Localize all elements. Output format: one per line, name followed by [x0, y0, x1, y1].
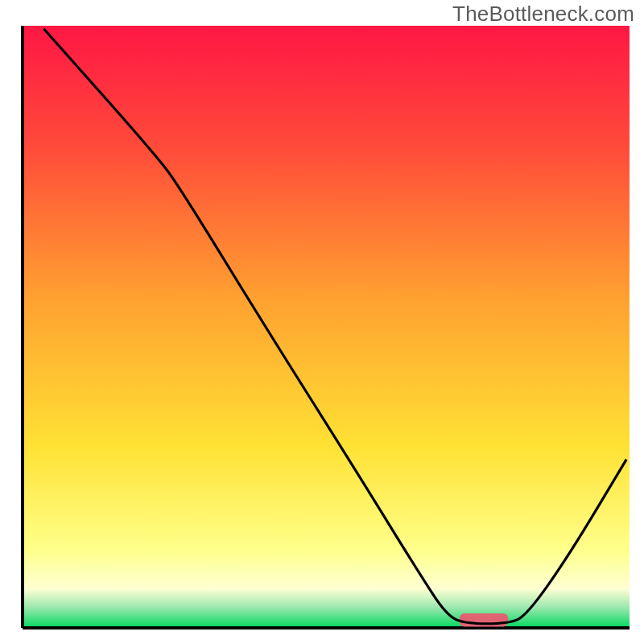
bottleneck-chart: [0, 0, 644, 644]
chart-container: TheBottleneck.com: [0, 0, 644, 644]
plot-background: [23, 26, 630, 628]
